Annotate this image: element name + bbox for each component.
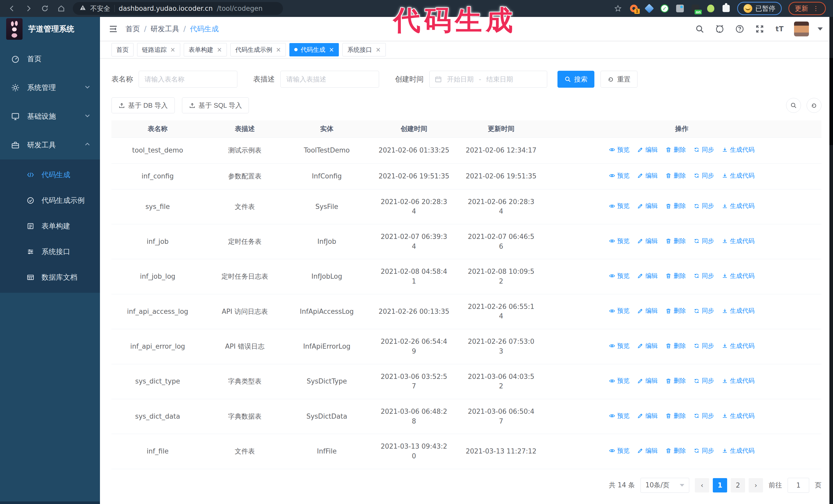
extension-proxy-icon[interactable]: on xyxy=(691,4,700,13)
address-bar[interactable]: 不安全 dashboard.yudao.iocoder.cn/tool/code… xyxy=(73,2,283,15)
action-sync-link[interactable]: 同步 xyxy=(694,201,714,211)
user-avatar[interactable] xyxy=(794,22,809,37)
sidebar-item-codegen[interactable]: 代码生成 xyxy=(0,162,100,188)
action-delete-link[interactable]: 删除 xyxy=(665,341,686,351)
browser-update-button[interactable]: 更新 ⋮ xyxy=(788,2,826,15)
action-preview-link[interactable]: 预览 xyxy=(609,446,629,455)
action-delete-link[interactable]: 删除 xyxy=(665,201,686,211)
help-icon[interactable] xyxy=(734,23,745,34)
page-size-select[interactable]: 10条/页 xyxy=(641,478,689,493)
action-edit-link[interactable]: 编辑 xyxy=(637,145,658,154)
date-range-picker[interactable]: 开始日期 - 结束日期 xyxy=(429,71,547,88)
tab-首页[interactable]: 首页 xyxy=(112,43,134,56)
security-label[interactable]: 不安全 xyxy=(90,4,110,13)
browser-reload-icon[interactable] xyxy=(40,4,50,13)
action-preview-link[interactable]: 预览 xyxy=(609,271,629,281)
action-generate-link[interactable]: 生成代码 xyxy=(722,201,755,211)
close-icon[interactable]: × xyxy=(329,46,334,53)
page-button-1[interactable]: 1 xyxy=(713,478,727,493)
action-delete-link[interactable]: 删除 xyxy=(665,237,686,246)
search-icon[interactable] xyxy=(694,23,705,34)
action-generate-link[interactable]: 生成代码 xyxy=(722,237,755,246)
url-path[interactable]: /tool/codegen xyxy=(217,5,262,12)
close-icon[interactable]: × xyxy=(217,46,222,53)
action-preview-link[interactable]: 预览 xyxy=(609,341,629,351)
search-button[interactable]: 搜索 xyxy=(557,71,594,88)
action-sync-link[interactable]: 同步 xyxy=(694,145,714,154)
action-generate-link[interactable]: 生成代码 xyxy=(722,171,755,180)
sidebar-item-system-api[interactable]: 系统接口 xyxy=(0,239,100,265)
next-page-button[interactable]: › xyxy=(749,478,763,493)
extension-check-icon[interactable]: ✓ xyxy=(660,4,669,13)
action-generate-link[interactable]: 生成代码 xyxy=(722,271,755,281)
action-sync-link[interactable]: 同步 xyxy=(694,171,714,180)
action-sync-link[interactable]: 同步 xyxy=(694,376,714,385)
browser-home-icon[interactable] xyxy=(56,4,66,13)
breadcrumb-devtools[interactable]: 研发工具 xyxy=(150,24,179,34)
action-preview-link[interactable]: 预览 xyxy=(609,201,629,211)
action-edit-link[interactable]: 编辑 xyxy=(637,306,658,315)
refresh-table-button[interactable] xyxy=(807,98,822,113)
app-logo[interactable]: 芋道管理系统 xyxy=(0,17,100,41)
browser-back-icon[interactable] xyxy=(7,4,17,13)
browser-scrollbar[interactable] xyxy=(829,17,833,504)
action-generate-link[interactable]: 生成代码 xyxy=(722,376,755,385)
action-sync-link[interactable]: 同步 xyxy=(694,411,714,421)
browser-forward-icon[interactable] xyxy=(24,4,33,13)
action-sync-link[interactable]: 同步 xyxy=(694,271,714,281)
action-preview-link[interactable]: 预览 xyxy=(609,145,629,154)
tab-代码生成示例[interactable]: 代码生成示例× xyxy=(231,43,286,56)
action-sync-link[interactable]: 同步 xyxy=(694,341,714,351)
prev-page-button[interactable]: ‹ xyxy=(695,478,709,493)
github-icon[interactable] xyxy=(714,23,725,34)
action-generate-link[interactable]: 生成代码 xyxy=(722,341,755,351)
extension-alien-icon[interactable] xyxy=(706,4,715,13)
import-sql-button[interactable]: 基于 SQL 导入 xyxy=(182,97,249,113)
scrollbar-thumb[interactable] xyxy=(829,58,833,145)
url-host[interactable]: dashboard.yudao.iocoder.cn xyxy=(119,5,213,12)
page-button-2[interactable]: 2 xyxy=(731,478,745,493)
extension-panel-icon[interactable] xyxy=(675,4,684,13)
sidebar-item-devtools[interactable]: 研发工具 xyxy=(0,131,100,160)
extension-orange-icon[interactable]: 1 xyxy=(629,4,638,13)
action-sync-link[interactable]: 同步 xyxy=(694,446,714,455)
bookmark-star-icon[interactable] xyxy=(613,4,623,13)
action-edit-link[interactable]: 编辑 xyxy=(637,171,658,180)
action-edit-link[interactable]: 编辑 xyxy=(637,446,658,455)
goto-page-input[interactable] xyxy=(788,478,809,493)
close-icon[interactable]: × xyxy=(170,46,175,53)
table-desc-input[interactable] xyxy=(280,71,379,88)
action-edit-link[interactable]: 编辑 xyxy=(637,411,658,421)
profile-paused-button[interactable]: 已暂停 xyxy=(737,2,782,15)
sidebar-collapse-icon[interactable] xyxy=(108,23,119,34)
breadcrumb-home[interactable]: 首页 xyxy=(125,24,140,34)
browser-menu-icon[interactable]: ⋮ xyxy=(813,5,819,12)
action-edit-link[interactable]: 编辑 xyxy=(637,271,658,281)
extensions-puzzle-icon[interactable] xyxy=(722,4,731,13)
action-delete-link[interactable]: 删除 xyxy=(665,411,686,421)
close-icon[interactable]: × xyxy=(276,46,281,53)
action-delete-link[interactable]: 删除 xyxy=(665,271,686,281)
action-delete-link[interactable]: 删除 xyxy=(665,306,686,315)
toggle-search-button[interactable] xyxy=(786,98,801,113)
action-generate-link[interactable]: 生成代码 xyxy=(722,446,755,455)
extension-gem-icon[interactable] xyxy=(645,4,653,13)
sidebar-item-system[interactable]: 系统管理 xyxy=(0,73,100,102)
sidebar-item-home[interactable]: 首页 xyxy=(0,45,100,73)
action-delete-link[interactable]: 删除 xyxy=(665,376,686,385)
font-size-icon[interactable]: tT xyxy=(774,23,785,34)
action-preview-link[interactable]: 预览 xyxy=(609,171,629,180)
tab-表单构建[interactable]: 表单构建× xyxy=(184,43,227,56)
table-name-input[interactable] xyxy=(139,71,237,88)
user-menu-caret-icon[interactable] xyxy=(818,27,823,30)
action-edit-link[interactable]: 编辑 xyxy=(637,201,658,211)
tab-链路追踪[interactable]: 链路追踪× xyxy=(137,43,180,56)
action-sync-link[interactable]: 同步 xyxy=(694,306,714,315)
fullscreen-icon[interactable] xyxy=(754,23,765,34)
close-icon[interactable]: × xyxy=(376,46,381,53)
action-edit-link[interactable]: 编辑 xyxy=(637,341,658,351)
action-preview-link[interactable]: 预览 xyxy=(609,411,629,421)
sidebar-item-infra[interactable]: 基础设施 xyxy=(0,102,100,131)
action-delete-link[interactable]: 删除 xyxy=(665,171,686,180)
security-warning-icon[interactable] xyxy=(79,4,86,13)
